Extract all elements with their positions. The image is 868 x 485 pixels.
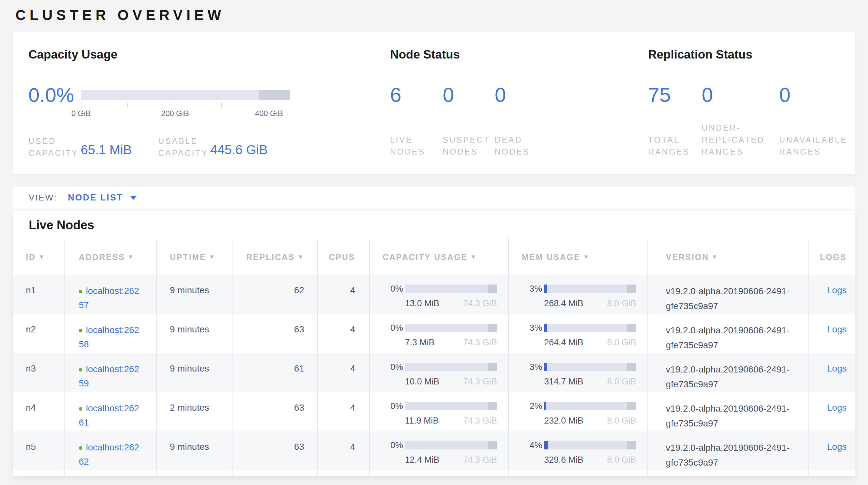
mem-used-value: 232.0 MiB	[544, 414, 584, 427]
logs-cell: Logs	[808, 431, 855, 470]
sort-arrow-icon: ▼	[39, 254, 45, 260]
replicas-cell: 62	[232, 275, 317, 314]
uptime-cell: 9 minutes	[156, 314, 232, 353]
cpus-cell: 4	[317, 353, 369, 392]
node-address-link[interactable]: localhost:26259	[79, 364, 139, 388]
axis-tick-label: 0 GiB	[55, 109, 107, 118]
table-header-row: ID▼ ADDRESS▼ UPTIME▼ REPLICAS▼ CPUS CAPA…	[13, 239, 855, 275]
mem-bar-reserved-segment	[627, 402, 637, 410]
node-address-cell: localhost:26261	[64, 392, 156, 431]
logs-link[interactable]: Logs	[827, 285, 847, 295]
mem-total-value: 8.0 GiB	[607, 375, 636, 388]
node-address-cell: localhost:26262	[64, 431, 156, 470]
column-header-capacity-usage[interactable]: CAPACITY USAGE▼	[369, 239, 508, 275]
logs-cell: Logs	[808, 353, 855, 392]
mem-usage-bar	[544, 402, 636, 410]
capacity-usage-bar	[405, 285, 497, 293]
mem-used-value: 314.7 MiB	[544, 375, 584, 388]
mem-bar-fill	[544, 363, 547, 371]
axis-tick-label: 400 GiB	[243, 109, 295, 118]
mem-bar-reserved-segment	[627, 324, 637, 332]
mem-total-value: 8.0 GiB	[607, 453, 636, 466]
uptime-cell: 9 minutes	[156, 275, 232, 314]
capacity-total-value: 74.3 GiB	[463, 297, 497, 310]
mem-bar-fill	[544, 441, 548, 450]
cluster-summary-card: Capacity Usage 0.0% 0 GiB 200 GiB 400 Gi…	[13, 32, 855, 174]
logs-link[interactable]: Logs	[827, 403, 847, 412]
suspect-nodes-label: SUSPECT NODES	[443, 134, 490, 158]
column-header-address[interactable]: ADDRESS▼	[64, 239, 156, 275]
column-header-id[interactable]: ID▼	[13, 239, 64, 275]
page-title: CLUSTER OVERVIEW	[16, 7, 225, 23]
version-cell: v19.2.0-alpha.20190606-2491-gfe735c9a97	[647, 275, 808, 314]
under-replicated-label: UNDER- REPLICATED RANGES	[702, 122, 765, 158]
node-id-cell: n1	[13, 275, 64, 314]
version-text: v19.2.0-alpha.20190606-2491-gfe735c9a97	[666, 401, 802, 431]
total-ranges-count: 75	[648, 84, 671, 106]
version-cell: v19.2.0-alpha.20190606-2491-gfe735c9a97	[647, 353, 808, 392]
mem-usage-cell: 3%264.4 MiB8.0 GiB	[508, 314, 647, 353]
cpus-cell: 4	[317, 431, 369, 470]
node-address-link[interactable]: localhost:26262	[79, 442, 139, 466]
dead-nodes-count: 0	[495, 84, 506, 106]
version-text: v19.2.0-alpha.20190606-2491-gfe735c9a97	[666, 284, 802, 314]
replication-status-section: Replication Status 75 0 0 TOTAL RANGES U…	[648, 32, 855, 174]
node-address-link[interactable]: localhost:26257	[79, 286, 139, 310]
dead-nodes-label: DEAD NODES	[495, 134, 530, 158]
column-header-mem-usage[interactable]: MEM USAGE▼	[508, 239, 647, 275]
logs-link[interactable]: Logs	[827, 324, 847, 334]
node-address-link[interactable]: localhost:26258	[79, 325, 139, 349]
capacity-usage-bar: 0 GiB 200 GiB 400 GiB	[81, 90, 290, 100]
table-row-partial	[13, 470, 855, 476]
sort-arrow-icon: ▼	[128, 254, 134, 260]
live-status-dot-icon	[79, 290, 82, 293]
sort-arrow-icon: ▼	[583, 254, 590, 260]
table-row: n3localhost:262599 minutes6140%10.0 MiB7…	[13, 353, 855, 392]
mem-used-value: 264.4 MiB	[544, 336, 584, 349]
mem-bar-fill	[544, 324, 547, 332]
replication-status-heading: Replication Status	[648, 48, 752, 61]
version-text: v19.2.0-alpha.20190606-2491-gfe735c9a97	[666, 440, 802, 470]
version-cell: v19.2.0-alpha.20190606-2491-gfe735c9a97	[647, 392, 808, 431]
capacity-bar-reserved-segment	[488, 363, 497, 371]
capacity-used-value: 7.3 MiB	[405, 336, 435, 349]
capacity-usage-cell: 0%10.0 MiB74.3 GiB	[369, 353, 508, 392]
column-header-replicas[interactable]: REPLICAS▼	[232, 239, 317, 275]
capacity-usage-bar	[405, 402, 497, 410]
label-line: CAPACITY	[28, 147, 79, 159]
capacity-usage-bar	[405, 441, 497, 450]
live-nodes-label: LIVE NODES	[390, 134, 425, 158]
mem-usage-percent: 3%	[522, 323, 542, 333]
mem-usage-cell: 3%314.7 MiB8.0 GiB	[508, 353, 647, 392]
replicas-cell: 63	[232, 431, 317, 470]
live-nodes-card: Live Nodes ID▼ ADDRESS▼ UPTIME▼ REPLICAS…	[13, 210, 855, 476]
cpus-cell: 4	[317, 314, 369, 353]
live-status-dot-icon	[79, 368, 82, 372]
axis-tick	[221, 103, 222, 107]
sort-arrow-icon: ▼	[209, 254, 215, 260]
logs-link[interactable]: Logs	[827, 364, 847, 373]
view-label: VIEW:	[29, 193, 57, 203]
replicas-cell: 63	[232, 392, 317, 431]
axis-tick	[269, 103, 269, 107]
unavailable-ranges-count: 0	[779, 84, 790, 106]
label-line: CAPACITY	[158, 147, 208, 159]
node-address-link[interactable]: localhost:26261	[79, 403, 139, 427]
table-row: n4localhost:262612 minutes6340%11.9 MiB7…	[13, 392, 855, 431]
node-id-cell: n4	[13, 392, 64, 431]
replicas-cell: 61	[232, 353, 317, 392]
mem-total-value: 8.0 GiB	[607, 336, 636, 349]
mem-usage-bar	[544, 285, 636, 293]
column-header-version[interactable]: VERSION▼	[647, 239, 808, 275]
column-header-uptime[interactable]: UPTIME▼	[156, 239, 232, 275]
mem-usage-percent: 3%	[522, 362, 542, 372]
suspect-nodes-count: 0	[443, 84, 454, 106]
mem-usage-cell: 4%329.6 MiB8.0 GiB	[508, 431, 647, 470]
capacity-bar-reserved-segment	[488, 324, 497, 332]
view-dropdown[interactable]: NODE LIST	[68, 193, 123, 203]
chevron-down-icon[interactable]	[130, 196, 136, 200]
mem-usage-percent: 3%	[522, 284, 542, 293]
capacity-used-value: 10.0 MiB	[405, 375, 439, 388]
mem-used-value: 268.4 MiB	[544, 297, 584, 310]
logs-link[interactable]: Logs	[827, 442, 847, 452]
